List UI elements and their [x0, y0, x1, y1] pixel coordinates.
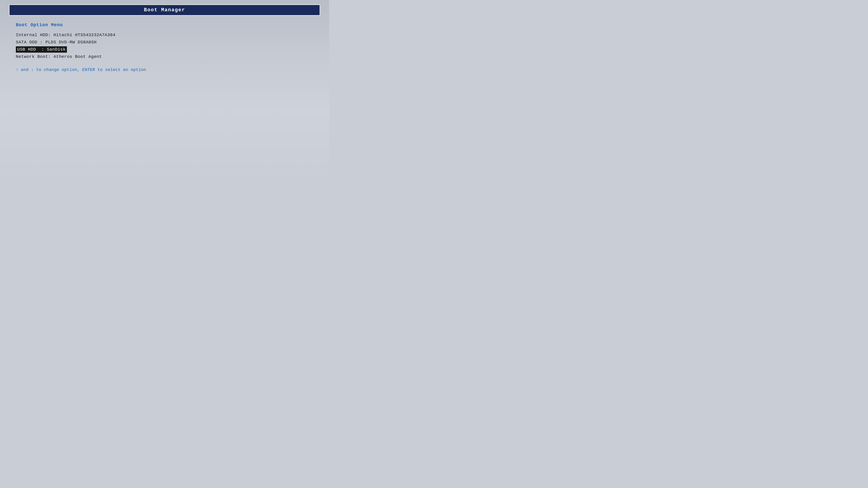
boot-option-usb-hdd[interactable]: USB HDD : SanDisk	[16, 46, 313, 53]
boot-option-label: Network Boot: Atheros Boot Agent	[16, 54, 102, 59]
bios-screen: Boot Manager Boot Option Menu Internal H…	[0, 0, 329, 184]
title-bar: Boot Manager	[9, 4, 320, 15]
hint-text: ↑ and ↓ to change option, ENTER to selec…	[16, 68, 313, 72]
boot-option-selected-value: : SanDisk	[37, 46, 67, 53]
boot-options-list: Internal HDD: Hitachi HTS543232A7A384 SA…	[16, 32, 313, 60]
boot-option-internal-hdd[interactable]: Internal HDD: Hitachi HTS543232A7A384	[16, 32, 313, 38]
boot-option-label: Internal HDD: Hitachi HTS543232A7A384	[16, 33, 115, 37]
main-content: Boot Option Menu Internal HDD: Hitachi H…	[9, 20, 320, 74]
section-title: Boot Option Menu	[16, 22, 313, 28]
boot-option-selected-label: USB HDD	[16, 46, 37, 53]
boot-option-network-boot[interactable]: Network Boot: Atheros Boot Agent	[16, 54, 313, 60]
title-text: Boot Manager	[144, 7, 185, 13]
boot-option-sata-odd[interactable]: SATA ODD : PLDS DVD-RW DS8A8SH	[16, 39, 313, 45]
boot-option-label: SATA ODD : PLDS DVD-RW DS8A8SH	[16, 40, 96, 45]
